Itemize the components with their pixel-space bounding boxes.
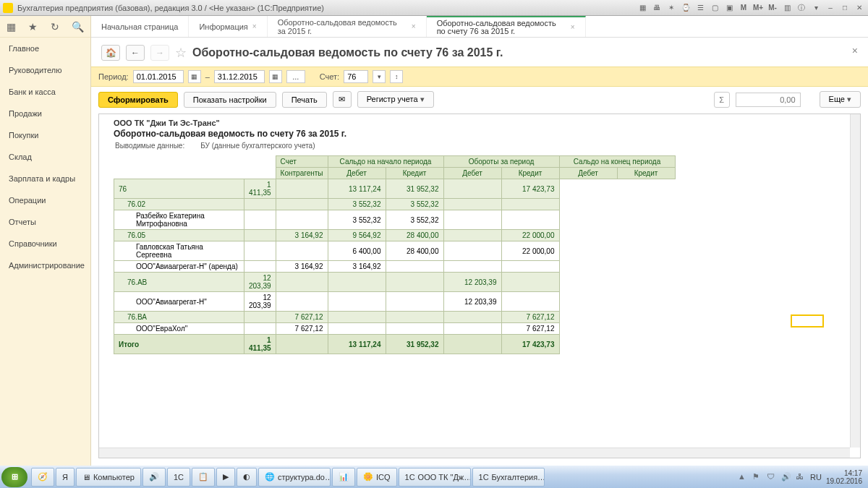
- taskbar-item[interactable]: 📊: [332, 468, 355, 487]
- back-button[interactable]: ←: [126, 45, 145, 61]
- maximize-button[interactable]: □: [839, 3, 851, 13]
- table-row[interactable]: ООО"Авиаагрегат-Н"12 203,3912 203,39: [114, 292, 676, 312]
- history-icon[interactable]: ↻: [51, 21, 59, 33]
- tray-icon[interactable]: 🛡: [767, 472, 777, 482]
- tab[interactable]: Начальная страница: [91, 16, 189, 37]
- sidebar-item[interactable]: Администрирование: [0, 254, 90, 276]
- tray-icon[interactable]: ▲: [738, 472, 748, 482]
- period-to-input[interactable]: [214, 70, 265, 83]
- search-icon[interactable]: 🔍: [72, 21, 84, 33]
- close-icon[interactable]: ×: [571, 23, 575, 31]
- scrollbar-vertical[interactable]: [850, 114, 860, 448]
- th-credit: Кредит: [617, 168, 675, 179]
- taskbar-item[interactable]: 🌐 структура.do…: [258, 468, 331, 487]
- toolbar-icon[interactable]: ☰: [694, 3, 706, 13]
- taskbar-item[interactable]: 🌼 ICQ: [357, 468, 397, 487]
- forward-button[interactable]: →: [150, 45, 169, 61]
- action-bar: Сформировать Показать настройки Печать ✉…: [91, 87, 868, 112]
- memory-mplus-button[interactable]: M+: [752, 3, 764, 13]
- table-row[interactable]: 761 411,3513 117,2431 952,3217 423,73: [114, 179, 676, 199]
- th-turn: Обороты за период: [443, 156, 559, 168]
- calendar-icon[interactable]: ▦: [269, 70, 282, 83]
- sidebar-item[interactable]: Банк и касса: [0, 81, 90, 103]
- close-page-button[interactable]: ×: [852, 45, 858, 56]
- taskbar-item[interactable]: 🖥 Компьютер: [76, 468, 141, 487]
- taskbar-item[interactable]: ▶: [216, 468, 235, 487]
- help-icon[interactable]: ⓘ: [796, 3, 807, 13]
- taskbar-item[interactable]: 1С: [167, 468, 190, 487]
- email-button[interactable]: ✉: [333, 91, 352, 108]
- sidebar-item[interactable]: Операции: [0, 189, 90, 211]
- sidebar-item[interactable]: Справочники: [0, 233, 90, 254]
- taskbar-item[interactable]: 📋: [192, 468, 215, 487]
- table-row[interactable]: 76.АВ12 203,3912 203,39: [114, 273, 676, 292]
- taskbar-item[interactable]: 🧭: [31, 468, 54, 487]
- tray-icon[interactable]: 🔊: [781, 472, 791, 482]
- memory-m-button[interactable]: M: [738, 3, 749, 13]
- sidebar-item[interactable]: Руководителю: [0, 59, 90, 81]
- account-input[interactable]: [344, 70, 368, 83]
- scrollbar-horizontal[interactable]: [99, 448, 850, 458]
- table-row[interactable]: ООО"Авиаагрегат-Н" (аренда)3 164,923 164…: [114, 261, 676, 273]
- close-button[interactable]: ✕: [854, 3, 865, 13]
- dash: –: [205, 72, 210, 81]
- print-button[interactable]: Печать: [282, 92, 327, 108]
- toolbar-icon[interactable]: ▣: [723, 3, 735, 13]
- tray-lang[interactable]: RU: [810, 473, 822, 481]
- taskbar-item[interactable]: Я: [56, 468, 75, 487]
- tray-icon[interactable]: ⚑: [752, 472, 762, 482]
- tray-icon[interactable]: 🖧: [796, 472, 806, 482]
- sidebar-item[interactable]: Покупки: [0, 124, 90, 146]
- register-button[interactable]: Регистр учета: [357, 91, 434, 108]
- generate-button[interactable]: Сформировать: [98, 92, 178, 108]
- apps-icon[interactable]: ▦: [7, 21, 16, 33]
- tab[interactable]: Информация×: [189, 16, 267, 37]
- tab[interactable]: Оборотно-сальдовая ведомость по счету 76…: [427, 16, 586, 37]
- toolbar-icon[interactable]: ▦: [637, 3, 648, 13]
- memory-mminus-button[interactable]: M-: [767, 3, 778, 13]
- sidebar-item[interactable]: Склад: [0, 146, 90, 168]
- toolbar-icon[interactable]: ▢: [709, 3, 720, 13]
- toolbar-icon[interactable]: ✶: [665, 3, 677, 13]
- period-picker-button[interactable]: ...: [286, 70, 305, 83]
- toolbar-icon[interactable]: 🖶: [651, 3, 663, 13]
- taskbar-item[interactable]: 1С Бухгалтерия…: [472, 468, 545, 487]
- account-picker-button[interactable]: ▾: [373, 70, 386, 83]
- report-company: ООО ТК "Джи Ти Эс-Транс": [114, 119, 846, 127]
- table-row[interactable]: 76.023 552,323 552,32: [114, 199, 676, 210]
- more-button[interactable]: Еще: [820, 91, 861, 108]
- table-row[interactable]: 76.ВА7 627,127 627,12: [114, 312, 676, 323]
- toolbar-icon[interactable]: ▥: [781, 3, 793, 13]
- calendar-icon[interactable]: ▦: [188, 70, 201, 83]
- taskbar-item[interactable]: ◐: [237, 468, 257, 487]
- home-button[interactable]: 🏠: [101, 45, 120, 61]
- sidebar-item[interactable]: Главное: [0, 38, 90, 59]
- sidebar-item[interactable]: Продажи: [0, 103, 90, 124]
- taskbar-item[interactable]: 1С ООО ТК "Дж…: [399, 468, 471, 487]
- report-table: Счет Сальдо на начало периода Обороты за…: [114, 155, 676, 354]
- table-row[interactable]: 76.053 164,929 564,9228 400,0022 000,00: [114, 230, 676, 241]
- period-from-input[interactable]: [133, 70, 184, 83]
- tab[interactable]: Оборотно-сальдовая ведомость за 2015 г.×: [268, 16, 427, 37]
- tab-label: Начальная страница: [101, 22, 178, 31]
- table-row[interactable]: Гавловская Татьяна Сергеевна6 400,0028 4…: [114, 241, 676, 261]
- minimize-button[interactable]: –: [825, 3, 836, 13]
- account-open-button[interactable]: ↕: [390, 70, 403, 83]
- start-button[interactable]: ⊞: [1, 467, 27, 487]
- show-settings-button[interactable]: Показать настройки: [184, 92, 276, 108]
- table-row[interactable]: ООО"ЕвраХол"7 627,127 627,12: [114, 323, 676, 335]
- sidebar-item[interactable]: Зарплата и кадры: [0, 168, 90, 189]
- favorite-icon[interactable]: ★: [28, 21, 38, 33]
- dropdown-icon[interactable]: ▾: [810, 3, 822, 13]
- close-icon[interactable]: ×: [252, 22, 257, 30]
- toolbar-icon[interactable]: ⌚: [680, 3, 692, 13]
- sum-icon[interactable]: Σ: [714, 92, 730, 108]
- table-row[interactable]: Разбейко Екатерина Митрофановна3 552,323…: [114, 210, 676, 230]
- th-credit: Кредит: [501, 168, 559, 179]
- th-debit: Дебет: [328, 168, 386, 179]
- sidebar-item[interactable]: Отчеты: [0, 211, 90, 233]
- taskbar-item[interactable]: 🔊: [142, 468, 166, 487]
- favorite-icon[interactable]: ☆: [175, 45, 187, 61]
- tray-clock[interactable]: 14:17 19.02.2016: [826, 469, 862, 485]
- close-icon[interactable]: ×: [412, 22, 416, 30]
